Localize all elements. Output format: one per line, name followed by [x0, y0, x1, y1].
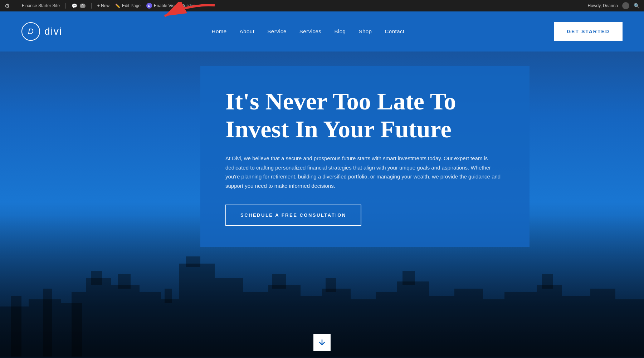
svg-rect-10 [118, 274, 131, 289]
svg-rect-32 [542, 274, 553, 289]
svg-rect-17 [243, 292, 268, 357]
svg-rect-24 [376, 292, 397, 357]
svg-rect-9 [111, 285, 140, 357]
svg-rect-22 [326, 278, 336, 292]
svg-rect-6 [72, 292, 86, 357]
nav-item-home[interactable]: Home [212, 28, 227, 35]
divider [65, 3, 66, 9]
comment-icon: 💬 [72, 3, 77, 9]
svg-rect-23 [351, 299, 376, 357]
nav-item-contact[interactable]: Contact [385, 28, 404, 35]
svg-rect-12 [161, 299, 179, 357]
logo-text: divi [44, 26, 62, 37]
site-name-link[interactable]: Finance Starter Site [22, 3, 60, 8]
hero-description: At Divi, we believe that a secure and pr… [225, 154, 504, 190]
svg-rect-15 [186, 256, 200, 267]
svg-rect-26 [402, 271, 415, 285]
nav-item-services[interactable]: Services [299, 28, 322, 35]
svg-rect-29 [483, 299, 504, 357]
site-name: Finance Starter Site [22, 3, 60, 8]
svg-rect-35 [615, 299, 644, 357]
admin-bar: ⚙ Finance Starter Site 💬 0 + New ✏️ Edit… [0, 0, 644, 11]
svg-rect-27 [429, 296, 454, 357]
enable-visual-builder-button[interactable]: D Enable Visual Builder [146, 3, 195, 9]
svg-rect-7 [86, 278, 111, 357]
pencil-icon: ✏️ [115, 4, 120, 8]
logo-letter: D [28, 27, 34, 36]
get-started-button[interactable]: GET STARTED [554, 22, 623, 41]
comment-count: 0 [80, 4, 86, 8]
nav-item-shop[interactable]: Shop [358, 28, 372, 35]
edit-label: Edit Page [122, 3, 141, 8]
svg-rect-34 [590, 289, 615, 357]
svg-rect-8 [91, 271, 102, 285]
divider [91, 3, 92, 9]
wp-logo[interactable]: ⚙ [4, 3, 10, 9]
svg-rect-4 [43, 289, 52, 357]
svg-rect-30 [504, 292, 537, 357]
svg-rect-31 [537, 285, 562, 357]
svg-rect-19 [272, 274, 286, 289]
nav-logo[interactable]: D divi [21, 22, 62, 41]
new-button[interactable]: + New [97, 3, 109, 8]
site: D divi Home About Service Services Blog … [0, 11, 644, 358]
svg-rect-11 [140, 292, 161, 357]
hero-card: It's Never Too Late To Invest In Your Fu… [200, 66, 530, 247]
hero-section: It's Never Too Late To Invest In Your Fu… [0, 52, 644, 247]
svg-rect-33 [562, 296, 590, 357]
svg-rect-2 [11, 296, 21, 357]
admin-bar-right: Howdy, Deanna 🔍 [588, 2, 640, 9]
nav-item-about[interactable]: About [240, 28, 255, 35]
main-nav: D divi Home About Service Services Blog … [0, 11, 644, 52]
svg-rect-16 [215, 278, 243, 357]
enable-builder-label: Enable Visual Builder [154, 3, 195, 8]
schedule-consultation-button[interactable]: SCHEDULE A FREE CONSULTATION [225, 205, 361, 226]
scroll-down-button[interactable] [313, 334, 331, 351]
new-label: + New [97, 3, 109, 8]
svg-rect-13 [165, 289, 172, 303]
svg-rect-18 [268, 285, 301, 357]
divi-icon: D [146, 3, 152, 9]
svg-rect-14 [179, 264, 215, 357]
user-avatar [622, 2, 629, 9]
howdy-text: Howdy, Deanna [588, 3, 618, 8]
comments-link[interactable]: 💬 0 [72, 3, 86, 9]
logo-circle: D [21, 22, 40, 41]
nav-item-blog[interactable]: Blog [334, 28, 346, 35]
divider [16, 3, 16, 9]
hero-title: It's Never Too Late To Invest In Your Fu… [225, 87, 504, 143]
svg-rect-28 [454, 289, 483, 357]
nav-menu: Home About Service Services Blog Shop Co… [212, 28, 405, 35]
edit-page-button[interactable]: ✏️ Edit Page [115, 3, 141, 8]
svg-rect-25 [397, 281, 429, 357]
wordpress-icon: ⚙ [4, 3, 10, 9]
search-icon[interactable]: 🔍 [634, 3, 640, 9]
nav-item-service[interactable]: Service [267, 28, 287, 35]
